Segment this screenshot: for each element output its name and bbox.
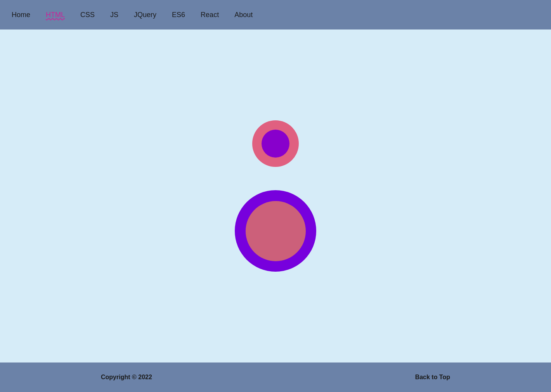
copyright-text: Copyright © 2022: [101, 374, 152, 381]
navbar: Home HTML CSS JS JQuery ES6 React About: [0, 0, 551, 29]
nav-about[interactable]: About: [234, 11, 253, 19]
large-circle-inner: [246, 201, 306, 261]
nav-react[interactable]: React: [201, 11, 219, 19]
back-to-top-link[interactable]: Back to Top: [415, 374, 450, 381]
nav-es6[interactable]: ES6: [172, 11, 185, 19]
nav-html[interactable]: HTML: [46, 11, 65, 19]
footer: Copyright © 2022 Back to Top: [0, 363, 551, 392]
small-circle-inner: [262, 130, 289, 158]
nav-home[interactable]: Home: [12, 11, 30, 19]
nav-css[interactable]: CSS: [80, 11, 95, 19]
nav-jquery[interactable]: JQuery: [134, 11, 156, 19]
nav-js[interactable]: JS: [110, 11, 118, 19]
main-content: [0, 29, 551, 363]
small-circle-outer: [252, 120, 299, 167]
large-circle-outer: [235, 190, 316, 272]
